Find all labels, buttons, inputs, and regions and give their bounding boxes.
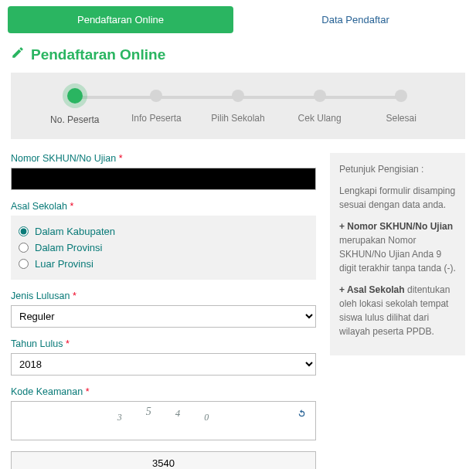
label-tahun-lulus: Tahun Lulus * <box>11 338 316 349</box>
step-info-peserta: Info Peserta <box>116 90 198 125</box>
label-asal-sekolah: Asal Sekolah * <box>11 201 316 212</box>
label-kode-keamanan: Kode Keamanan * <box>11 386 316 397</box>
select-jenis-lulusan[interactable]: Reguler <box>11 305 316 328</box>
progress-stepper: No. Peserta Info Peserta Pilih Sekolah C… <box>11 73 465 139</box>
step-no-peserta: No. Peserta <box>34 90 116 125</box>
radio-dalam-kabupaten[interactable]: Dalam Kabupaten <box>19 223 308 240</box>
radio-group-asal: Dalam Kabupaten Dalam Provinsi Luar Prov… <box>11 216 316 280</box>
captcha-image: 3 5 4 0 <box>11 401 316 440</box>
label-skhun: Nomor SKHUN/No Ujian * <box>11 153 316 164</box>
label-jenis-lulusan: Jenis Lulusan * <box>11 291 316 301</box>
radio-luar-provinsi[interactable]: Luar Provinsi <box>19 256 308 272</box>
refresh-icon[interactable] <box>296 408 308 422</box>
tab-pendaftaran-online[interactable]: Pendaftaran Online <box>8 6 233 33</box>
pencil-icon <box>11 46 25 63</box>
radio-dalam-provinsi[interactable]: Dalam Provinsi <box>19 240 308 256</box>
select-tahun-lulus[interactable]: 2018 <box>11 353 316 376</box>
step-selesai: Selesai <box>360 90 442 125</box>
input-captcha[interactable] <box>11 451 316 469</box>
instructions-panel: Petunjuk Pengisian : Lengkapi formulir d… <box>330 153 465 355</box>
input-skhun[interactable] <box>11 168 316 190</box>
step-pilih-sekolah: Pilih Sekolah <box>197 90 279 125</box>
tab-data-pendaftar[interactable]: Data Pendaftar <box>243 6 468 33</box>
page-title: Pendaftaran Online <box>0 33 476 73</box>
step-cek-ulang: Cek Ulang <box>279 90 361 125</box>
